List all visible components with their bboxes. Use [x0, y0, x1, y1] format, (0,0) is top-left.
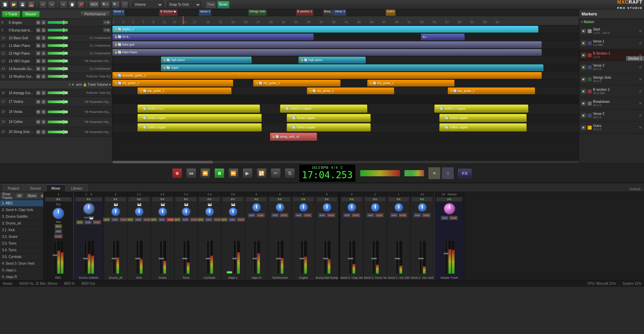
ch-fader-handle[interactable]: [418, 258, 424, 260]
solo-btn[interactable]: s: [41, 74, 46, 79]
marker-close-btn[interactable]: ✕: [639, 113, 642, 118]
volume-dropdown[interactable]: Volume: [133, 1, 163, 8]
ch-fx-btn[interactable]: FX: [293, 197, 314, 202]
ch-pan-knob[interactable]: [158, 207, 167, 216]
solo-btn[interactable]: s: [41, 90, 46, 95]
snap-dropdown[interactable]: Snap To Grid: [167, 1, 201, 8]
ch-fx-btn[interactable]: FX: [75, 197, 102, 202]
ch-fx-btn[interactable]: FX: [152, 197, 173, 202]
ch-fader-handle[interactable]: [394, 258, 400, 260]
clip-bump[interactable]: 🔒🔄 05 B...: [112, 34, 314, 40]
ch-solo-btn[interactable]: solo: [390, 213, 398, 217]
track-fader[interactable]: [48, 131, 68, 133]
solo-btn[interactable]: s: [41, 99, 46, 104]
ch-solo-btn[interactable]: solo: [248, 213, 256, 217]
ch-pan-knob[interactable]: [371, 203, 380, 212]
tl-item-drums-all[interactable]: 3. Drums_all: [0, 220, 43, 227]
h-scrollbar[interactable]: [112, 161, 579, 163]
ch-solo-btn[interactable]: solo: [111, 217, 119, 222]
ch-arm-btn[interactable]: arm: [55, 224, 62, 228]
loop-btn[interactable]: 🔁: [257, 168, 267, 178]
outro-marker[interactable]: Outro: [386, 9, 395, 16]
clip-cellos-2[interactable]: 🔒🔄 Cellos Legato: [287, 123, 371, 131]
clip-violas-1[interactable]: 🔒🔄 Violas Legato: [138, 114, 262, 122]
ch-fader-handle[interactable]: [83, 258, 89, 260]
fast-forward-btn[interactable]: ⏩: [228, 168, 238, 178]
clip-cellos-1[interactable]: 🔒🔄 Cellos Legato: [138, 123, 262, 131]
ch-fx-btn[interactable]: FX: [269, 197, 290, 202]
track-fader[interactable]: [48, 21, 68, 24]
clip-main-piano[interactable]: 🔒🔄 Main Piano: [112, 49, 542, 56]
tl-item-kick[interactable]: 3.1. Kick: [0, 227, 43, 233]
ch-fx-btn[interactable]: FX: [222, 197, 243, 202]
ch-fader-handle[interactable]: [443, 253, 449, 255]
tl-item-claps-l[interactable]: 5. claps L: [0, 267, 43, 274]
ch-pan-knob[interactable]: [394, 203, 404, 212]
punch-btn[interactable]: ✂: [271, 168, 281, 178]
ch-mute-btn[interactable]: mute: [449, 216, 458, 220]
metronome-btn[interactable]: 🎵: [121, 1, 128, 8]
ch-pan-knob[interactable]: [347, 203, 357, 212]
track-fader[interactable]: [48, 37, 68, 39]
ch-solo-btn[interactable]: solo: [55, 229, 62, 233]
clip-rhythm-2[interactable]: 🔒🔄 rhy_guitar_1: [253, 80, 340, 86]
marker-close-btn[interactable]: ✕: [639, 65, 642, 70]
solo-btn[interactable]: s: [41, 28, 46, 32]
play-btn[interactable]: ▶: [243, 168, 253, 178]
ch-fx-btn[interactable]: FX: [128, 197, 149, 202]
fx-btn[interactable]: + fx: [103, 28, 111, 32]
ch-fader-handle[interactable]: [276, 258, 282, 260]
marker-play-btn[interactable]: ▶: [581, 65, 586, 70]
track-fader[interactable]: [48, 44, 68, 47]
track-fader[interactable]: [48, 52, 68, 55]
ch-pan-knob[interactable]: [443, 203, 455, 215]
ch-mute-btn[interactable]: mute: [352, 213, 360, 217]
solo-btn[interactable]: s: [41, 130, 46, 134]
marker-play-btn[interactable]: ▶: [581, 53, 586, 58]
mute-btn[interactable]: m: [36, 130, 41, 134]
solo-btn[interactable]: s: [41, 43, 46, 48]
track-fader[interactable]: [48, 67, 68, 70]
track-fader[interactable]: [48, 101, 68, 103]
track-fader[interactable]: [48, 75, 68, 78]
rewind-btn[interactable]: ⏪: [200, 168, 210, 178]
clip-string-solo[interactable]: 🔒🔄 string_solo_v2: [270, 133, 317, 141]
stop-btn[interactable]: ⏹: [214, 168, 224, 178]
copy-btn[interactable]: 📋: [68, 1, 76, 8]
tab-mixer[interactable]: Mixer: [46, 184, 65, 192]
ch-fx-btn[interactable]: FX: [316, 197, 337, 202]
marker-close-btn[interactable]: ✕: [639, 89, 642, 94]
ch-fader-handle[interactable]: [347, 258, 354, 260]
solo-btn[interactable]: s: [41, 36, 46, 40]
tl-item-toms2[interactable]: 3.4. Toms: [0, 247, 43, 254]
fx-btn[interactable]: + fx: [103, 20, 111, 25]
ch-mute-btn[interactable]: mute: [375, 213, 384, 217]
ch-fader-handle[interactable]: [232, 258, 238, 260]
zoom-in-btn[interactable]: 🔍+: [101, 1, 110, 8]
ch-solo-btn[interactable]: solo: [84, 220, 92, 224]
export-btn[interactable]: 📤: [28, 1, 35, 8]
ch-pan-knob[interactable]: [299, 203, 308, 212]
clip-arpegg-1[interactable]: 🔒🔄 arp_guitar_1: [138, 87, 231, 94]
tl-item-cymbals[interactable]: 3.5. Cymbals: [0, 254, 43, 260]
ch-arm-btn[interactable]: arm: [220, 217, 228, 222]
track-fader[interactable]: [48, 121, 68, 123]
ch-fx-btn[interactable]: FX: [436, 197, 462, 202]
ch-mute-btn[interactable]: mute: [398, 213, 407, 217]
marker-close-btn[interactable]: ✕: [639, 41, 642, 46]
ch-fx-btn[interactable]: FX: [365, 197, 385, 202]
track-fader[interactable]: [48, 91, 68, 94]
clip-violas-2[interactable]: 🔒🔄 Violas Legato: [287, 114, 371, 122]
ch-solo-btn[interactable]: solo: [135, 217, 142, 222]
tl-item-snare[interactable]: 3.2. Snare: [0, 233, 43, 240]
record-btn[interactable]: ⏺: [172, 168, 182, 178]
ch-pan-knob[interactable]: [52, 207, 64, 219]
bsection-marker[interactable]: B Section ▶: [159, 9, 177, 16]
verse3-marker[interactable]: Verse 3: [334, 9, 346, 16]
waveform-btn[interactable]: ≋: [428, 167, 440, 179]
clip-rhythm-3[interactable]: 🔒🔄 rhy_guitar_1: [367, 80, 454, 86]
tl-item-claps-r[interactable]: 6. claps R: [0, 274, 43, 280]
ch-fader-handle[interactable]: [135, 258, 141, 260]
time-mode-btn[interactable]: Time: [205, 1, 216, 8]
tl-item-send4[interactable]: 2. Send 4- Clap Verb: [0, 207, 43, 213]
